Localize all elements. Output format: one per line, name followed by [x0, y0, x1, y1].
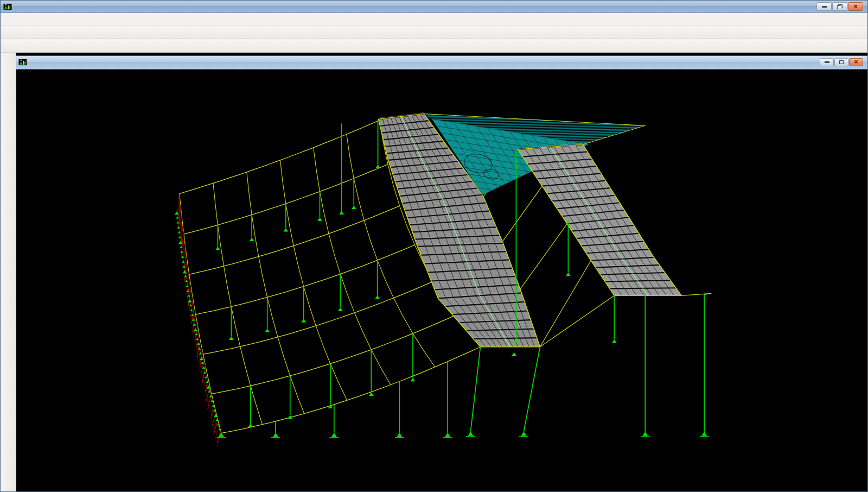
restore-icon: [837, 4, 843, 9]
view-close-button[interactable]: ×: [849, 58, 863, 66]
3d-view-titlebar[interactable]: ×: [16, 56, 867, 70]
3d-model-canvas[interactable]: [16, 70, 867, 491]
view-window-controls: ×: [819, 58, 867, 66]
minimize-icon: [825, 61, 829, 63]
close-icon: ×: [854, 59, 858, 65]
mdi-area: ×: [16, 53, 867, 492]
titlebar: ×: [1, 1, 867, 13]
minimize-button[interactable]: [816, 2, 832, 11]
main-area: ×: [1, 53, 867, 492]
maximize-icon: [839, 60, 844, 64]
app-window: × ×: [0, 0, 868, 492]
close-icon: ×: [853, 3, 857, 10]
view-window-icon: [18, 58, 27, 66]
toolbar-row-2: [1, 39, 867, 53]
3d-view-window: ×: [16, 55, 867, 491]
close-button[interactable]: ×: [848, 2, 863, 11]
restore-button[interactable]: [832, 2, 847, 11]
view-minimize-button[interactable]: [820, 58, 834, 66]
minimize-icon: [822, 6, 827, 8]
left-draw-toolbar: [1, 53, 16, 492]
etabs-logo-icon: [3, 3, 12, 11]
menubar: [1, 13, 867, 26]
toolbar-row-1: [1, 26, 867, 39]
window-controls: ×: [816, 2, 867, 11]
view-maximize-button[interactable]: [834, 58, 848, 66]
